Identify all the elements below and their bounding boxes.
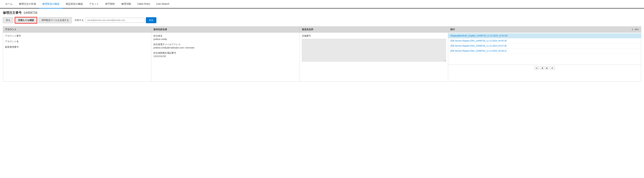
account-body: アカウント番号 アカウント名 顧客整理番号 [3,33,151,82]
pagination-next[interactable]: ▶ [545,66,549,70]
contact-phone-row: 担当者勤務先電話番号 1231231232 [154,51,297,58]
back-button[interactable]: 戻る [3,17,13,23]
store-number-textarea[interactable] [302,39,446,62]
contact-body: 担当者名 prdtest oreilly 担当者電子メールアドレス prdtes… [151,33,300,82]
customer-id-label: 顧客整理番号 [5,46,149,49]
toolbar: 戻る 見積もりを確認 標準配送ラベルを生成する 共有する 送信 [3,17,641,23]
attachments-header: 添付 1 - 4/4+ [448,26,641,33]
customer-id-row: 顧客整理番号 [5,46,149,49]
store-number-label: 店舗番号 [302,34,446,37]
nav-claim-entry[interactable]: Claim Entry [134,0,153,8]
contact-name-row: 担当者名 prdtest oreilly [154,34,297,40]
contact-phone-value: 1231231232 [154,55,297,58]
account-section: アカウント アカウント番号 アカウント名 顧客整理番号 [3,26,151,82]
contact-header: 返却先担当者 [151,26,300,33]
attachment-list: ShippingManifest1_English_14458734_11-12… [448,33,641,54]
top-nav: ホーム 修理注文の作成 修理状況の確認 保証状況の確認 アセット 保守契約 修理… [0,0,644,8]
nav-repair-activity[interactable]: 修理活動 [118,0,134,8]
attachment-item-3[interactable]: ZEB Service Repairs ENU_14458734_11-12-2… [448,48,641,54]
attachment-pagination: ⏮ ◀ ▶ ⏭ [448,65,641,71]
nav-check-warranty[interactable]: 保証状況の確認 [62,0,86,8]
estimate-button[interactable]: 見積もりを確認 [15,17,37,23]
address-body: 店舗番号 [300,33,448,82]
contact-phone-label: 担当者勤務先電話番号 [154,51,297,55]
nav-line-search[interactable]: Line Search [153,0,172,8]
pagination-last[interactable]: ⏭ [550,66,555,70]
contact-name-label: 担当者名 [154,34,297,37]
attachment-item-1[interactable]: ZEB Service Repairs ENU_14458734_11-12-2… [448,38,641,43]
label-button[interactable]: 標準配送ラベルを生成する [38,17,72,23]
account-name-row: アカウント名 [5,40,149,43]
nav-assets[interactable]: アセット [86,0,102,8]
send-button[interactable]: 送信 [146,17,156,23]
address-header: 返送先住所 [300,26,448,33]
nav-create-order[interactable]: 修理注文の作成 [16,0,39,8]
share-input[interactable] [85,18,144,23]
nav-maintenance[interactable]: 保守契約 [102,0,118,8]
contact-email-value: prdtest.oreilly@mailinator.com--removed [154,46,297,49]
account-name-label: アカウント名 [5,40,149,43]
address-section: 返送先住所 店舗番号 [300,26,448,82]
contact-name-value: prdtest oreilly [154,38,297,40]
account-number-label: アカウント番号 [5,34,149,37]
contact-email-label: 担当者電子メールアドレス [154,43,297,46]
page-title-value: 14458734 [24,11,38,15]
share-label: 共有する [74,19,84,22]
attachment-item-2[interactable]: ZEB Service Repairs ENU_14458734_11-12-2… [448,43,641,48]
attachments-count: 1 - 4/4+ [632,28,639,31]
page-content: 修理注文番号 14458734 戻る 見積もりを確認 標準配送ラベルを生成する … [0,8,644,84]
account-header: アカウント [3,26,151,33]
contact-email-row: 担当者電子メールアドレス prdtest.oreilly@mailinator.… [154,43,297,49]
attachments-section: 添付 1 - 4/4+ ShippingManifest1_English_14… [448,26,641,82]
contact-section: 返却先担当者 担当者名 prdtest oreilly 担当者電子メールアドレス… [151,26,300,82]
pagination-prev[interactable]: ◀ [540,66,544,70]
page-title-row: 修理注文番号 14458734 [3,11,641,15]
main-grid: アカウント アカウント番号 アカウント名 顧客整理番号 返却先担当者 担当者名 … [3,26,641,82]
attachment-item-0[interactable]: ShippingManifest1_English_14458734_11-12… [448,33,641,38]
attachments-title: 添付 [450,28,455,31]
pagination-first[interactable]: ⏮ [534,66,539,70]
nav-check-status[interactable]: 修理状況の確認 [39,0,62,8]
page-title-label: 修理注文番号 [3,11,22,15]
nav-home[interactable]: ホーム [2,0,16,8]
account-number-row: アカウント番号 [5,34,149,37]
